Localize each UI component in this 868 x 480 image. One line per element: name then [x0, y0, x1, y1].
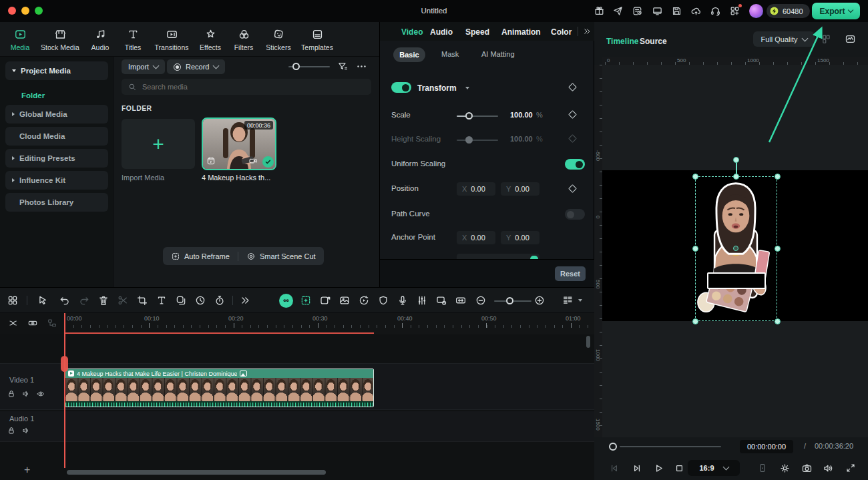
scopes-icon[interactable] [845, 33, 856, 45]
mute-icon[interactable] [21, 389, 31, 399]
anchor-x-input[interactable]: X0.00 [457, 231, 495, 244]
position-keyframe-icon[interactable] [568, 184, 577, 193]
chevron-down-icon[interactable] [465, 87, 469, 89]
cloud-upload-icon[interactable] [690, 5, 702, 17]
slider-knob[interactable] [292, 63, 300, 70]
next-frame-button[interactable] [631, 463, 642, 474]
import-media-tile[interactable]: + [122, 119, 195, 169]
mute-icon[interactable] [21, 426, 31, 435]
sidebar-item-cloud-media[interactable]: Cloud Media [5, 127, 108, 146]
subtab-ai-matting[interactable]: AI Matting [481, 50, 515, 58]
duplicate-icon[interactable] [175, 294, 187, 306]
export-button[interactable]: Export [812, 3, 860, 19]
fit-timeline-icon[interactable] [455, 294, 467, 306]
sidebar-item-folder[interactable]: Folder [5, 86, 108, 105]
quality-dropdown[interactable]: Full Quality [753, 31, 815, 47]
handle-bottom-left[interactable] [692, 318, 698, 324]
preview-workspace[interactable] [602, 65, 868, 437]
media-browser-icon[interactable] [7, 294, 19, 306]
gift-icon[interactable] [594, 5, 605, 17]
sidebar-item-influence-kit[interactable]: Influence Kit [5, 171, 108, 190]
handle-top-center[interactable] [733, 174, 739, 180]
current-time[interactable]: 00:00:00:00 [740, 440, 793, 453]
auto-ripple-icon[interactable] [8, 318, 19, 328]
delete-icon[interactable] [97, 294, 110, 306]
audio-mixer-icon[interactable] [416, 294, 428, 306]
tab-titles[interactable]: Titles [116, 22, 150, 57]
task-list-icon[interactable] [632, 5, 643, 17]
position-x-input[interactable]: X0.00 [457, 182, 495, 196]
timeline-zoom-slider[interactable] [494, 300, 531, 302]
media-clip-tile[interactable]: 00:00:36 [202, 117, 276, 170]
tab-timeline-preview[interactable]: Timeline [606, 37, 638, 46]
vertical-scrollbar[interactable] [586, 336, 590, 348]
import-button[interactable]: Import [122, 59, 165, 74]
handle-top-right[interactable] [775, 174, 781, 180]
tab-effects[interactable]: Effects [194, 22, 227, 57]
handle-mid-left[interactable] [692, 246, 698, 252]
handle-mid-right[interactable] [775, 246, 781, 252]
anchor-y-input[interactable]: Y0.00 [501, 231, 539, 244]
timer-icon[interactable] [214, 294, 226, 306]
tab-audio[interactable]: Audio [430, 27, 453, 37]
position-y-input[interactable]: Y0.00 [501, 182, 539, 196]
track-preview-icon[interactable] [435, 294, 447, 306]
track-height-icon[interactable] [562, 294, 574, 306]
seek-knob[interactable] [609, 443, 617, 451]
zoom-in-icon[interactable] [533, 294, 546, 306]
handle-bottom-right[interactable] [775, 318, 781, 324]
add-track-button[interactable]: + [24, 464, 30, 476]
fullscreen-icon[interactable] [845, 463, 856, 473]
layout-grid-icon[interactable] [821, 33, 833, 45]
avatar[interactable] [749, 4, 763, 18]
transform-toggle[interactable] [391, 82, 411, 93]
tab-color[interactable]: Color [551, 27, 572, 37]
hide-track-icon[interactable] [36, 389, 45, 399]
tab-templates[interactable]: Templates [296, 22, 338, 57]
more-tools-icon[interactable] [239, 294, 251, 306]
search-input[interactable] [142, 83, 365, 91]
more-options-icon[interactable] [356, 61, 367, 72]
speed-clock-icon[interactable] [194, 294, 206, 306]
track-merge-icon[interactable] [47, 318, 57, 328]
video-type-icon[interactable] [206, 156, 216, 166]
save-icon[interactable] [671, 5, 682, 17]
tab-audio[interactable]: Audio [84, 22, 116, 57]
timeline-video-clip[interactable]: 4 Makeup Hacks that Make Life Easier | C… [65, 369, 374, 407]
transform-keyframe-icon[interactable] [568, 83, 577, 91]
smart-scene-cut-button[interactable]: Smart Scene Cut [246, 252, 316, 261]
scale-slider-knob[interactable] [465, 112, 473, 119]
tab-stickers[interactable]: Stickers [260, 22, 296, 57]
send-beta-icon[interactable] [612, 5, 624, 17]
lock-icon[interactable] [7, 389, 16, 399]
reset-button[interactable]: Reset [555, 266, 586, 281]
sidebar-item-editing-presets[interactable]: Editing Presets [5, 149, 108, 168]
playhead-grip[interactable] [61, 356, 68, 372]
tab-filters[interactable]: Filters [227, 22, 260, 57]
redo-icon[interactable] [78, 294, 90, 306]
add-text-icon[interactable] [156, 294, 168, 306]
tab-transitions[interactable]: Transitions [150, 22, 194, 57]
selected-clip-bounding-box[interactable] [695, 176, 777, 321]
track-height-caret-icon[interactable] [578, 299, 582, 302]
split-scissors-icon[interactable] [117, 294, 129, 306]
play-button[interactable] [653, 463, 664, 474]
tab-video[interactable]: Video [401, 27, 423, 37]
subtab-mask[interactable]: Mask [441, 50, 459, 58]
scale-slider[interactable] [457, 115, 498, 117]
playback-settings-icon[interactable] [779, 463, 791, 474]
previous-frame-button[interactable] [609, 463, 620, 474]
volume-icon[interactable] [823, 463, 834, 474]
snapshot-icon[interactable] [801, 463, 813, 474]
auto-reframe-tool-icon[interactable] [300, 294, 312, 306]
sidebar-item-global-media[interactable]: Global Media [5, 105, 108, 124]
auto-reframe-button[interactable]: Auto Reframe [171, 252, 230, 261]
credits-badge[interactable]: 60480 [767, 4, 810, 18]
rotation-handle[interactable] [733, 157, 739, 163]
horizontal-scrollbar[interactable] [67, 470, 326, 475]
tab-animation[interactable]: Animation [501, 27, 541, 37]
export-frame-icon[interactable] [319, 294, 331, 306]
sidebar-item-project-media[interactable]: Project Media [5, 61, 108, 80]
voiceover-mic-icon[interactable] [397, 294, 409, 306]
ai-copilot-icon[interactable] [279, 294, 293, 308]
